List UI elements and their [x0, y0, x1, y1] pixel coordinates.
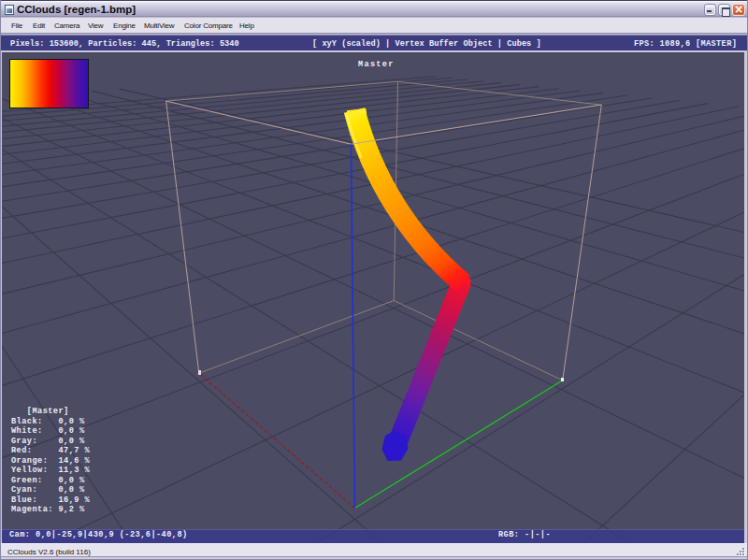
svg-text:y: y — [349, 128, 353, 136]
